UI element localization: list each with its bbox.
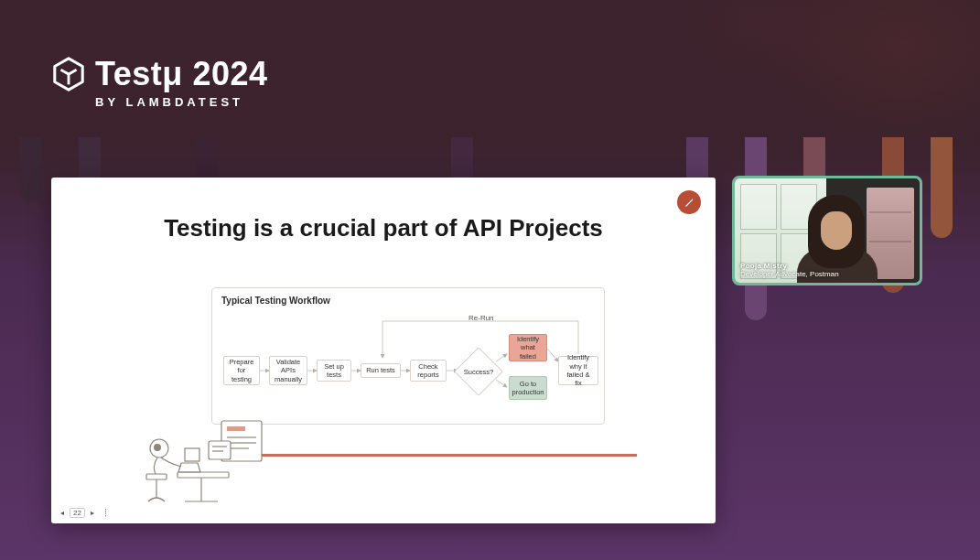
hexagon-icon — [51, 57, 86, 92]
postman-badge-icon — [677, 190, 701, 214]
slide-page-number: 22 — [70, 508, 85, 518]
presenter-name: Pooja Mistry — [740, 262, 839, 271]
next-slide-icon[interactable]: ▸ — [91, 509, 94, 517]
step-go-prod: Go toproduction — [509, 376, 547, 400]
svg-rect-10 — [178, 472, 229, 478]
workflow-diagram: Typical Testing Workflow Re-Run — [211, 287, 605, 425]
step-run: Run tests — [361, 363, 401, 378]
step-validate: ValidateAPIsmanually — [269, 356, 307, 385]
step-setup: Set uptests — [317, 360, 351, 382]
step-prepare: Preparefortesting — [223, 356, 260, 385]
step-identify-why: Identifywhy itfailed & fix — [558, 356, 598, 385]
rerun-label: Re-Run — [468, 314, 494, 322]
event-byline: BY LAMBDATEST — [95, 95, 267, 109]
presenter-webcam[interactable]: Pooja Mistry Developer Advocate, Postman — [732, 176, 922, 285]
slide-footer: ◂ 22 ▸ ┊ — [60, 508, 108, 518]
step-check: Checkreports — [410, 360, 447, 382]
prev-slide-icon[interactable]: ◂ — [60, 509, 64, 517]
svg-rect-13 — [146, 474, 167, 479]
presentation-slide[interactable]: Testing is a crucial part of API Project… — [51, 178, 716, 523]
svg-rect-17 — [185, 448, 199, 461]
step-identify-failed: Identifywhatfailed — [509, 334, 547, 361]
svg-point-16 — [154, 444, 161, 451]
slide-accent-line — [243, 454, 637, 457]
astronaut-illustration — [121, 417, 267, 507]
event-title: Testμ 2024 — [95, 55, 267, 93]
svg-line-9 — [547, 349, 558, 361]
svg-rect-19 — [227, 426, 245, 431]
svg-line-7 — [496, 354, 507, 361]
event-logo: Testμ 2024 BY LAMBDATEST — [51, 55, 267, 109]
svg-line-8 — [496, 380, 507, 387]
presenter-role: Developer Advocate, Postman — [740, 270, 839, 279]
webcam-caption: Pooja Mistry Developer Advocate, Postman — [740, 262, 839, 279]
svg-rect-23 — [209, 441, 231, 459]
slide-title: Testing is a crucial part of API Project… — [51, 214, 716, 242]
